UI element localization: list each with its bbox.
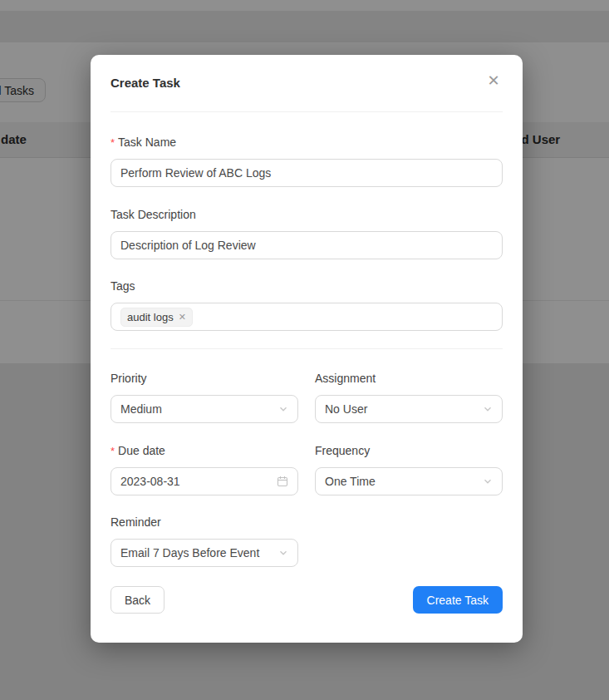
back-button[interactable]: Back [111, 586, 165, 614]
task-name-label: * Task Name [111, 136, 503, 150]
task-name-field-box [111, 159, 503, 187]
priority-label: Priority [111, 372, 298, 386]
modal-footer: Back Create Task [91, 586, 523, 614]
reminder-value: Email 7 Days Before Event [120, 546, 278, 560]
header-divider [111, 111, 503, 112]
task-description-input[interactable] [120, 239, 493, 252]
frequency-cell: Frequency One Time [315, 423, 503, 495]
reminder-row: Reminder Email 7 Days Before Event [111, 495, 503, 567]
reminder-select[interactable]: Email 7 Days Before Event [111, 539, 298, 567]
frequency-value: One Time [325, 475, 483, 488]
tags-label: Tags [111, 279, 503, 293]
tag-chip-label: audit logs [127, 311, 174, 323]
due-date-cell: * Due date [111, 423, 298, 495]
screen: d Tasks date ned User Create Task ✕ * Ta… [0, 0, 609, 700]
assignment-select[interactable]: No User [315, 395, 503, 423]
tag-remove-icon[interactable]: ✕ [179, 313, 186, 322]
priority-value: Medium [120, 402, 278, 416]
tag-chip: audit logs ✕ [120, 308, 193, 327]
priority-cell: Priority Medium [111, 349, 298, 423]
task-description-field-box [111, 231, 503, 259]
assignment-label: Assignment [315, 372, 503, 386]
tags-input-box[interactable]: audit logs ✕ [111, 303, 503, 331]
required-asterisk: * [111, 136, 115, 150]
assignment-cell: Assignment No User [315, 349, 503, 423]
task-description-label: Task Description [111, 208, 503, 222]
close-icon[interactable]: ✕ [483, 70, 504, 91]
due-date-picker[interactable] [111, 467, 298, 495]
calendar-icon [277, 476, 288, 487]
create-task-button[interactable]: Create Task [413, 586, 503, 614]
frequency-select[interactable]: One Time [315, 467, 503, 495]
chevron-down-icon [483, 404, 493, 414]
due-date-label: * Due date [111, 444, 298, 458]
priority-select[interactable]: Medium [111, 395, 298, 423]
required-asterisk: * [111, 444, 115, 458]
reminder-cell: Reminder Email 7 Days Before Event [111, 495, 298, 567]
due-date-input[interactable] [120, 475, 277, 488]
assignment-value: No User [325, 402, 483, 416]
modal-title: Create Task [111, 75, 503, 91]
chevron-down-icon [278, 548, 288, 558]
chevron-down-icon [483, 476, 493, 486]
chevron-down-icon [278, 404, 288, 414]
modal-body: * Task Name Task Description Tags audit … [91, 136, 523, 567]
reminder-label: Reminder [111, 515, 298, 530]
create-task-modal: Create Task ✕ * Task Name Task Descripti… [91, 55, 523, 643]
task-name-input[interactable] [120, 166, 493, 180]
reminder-row-spacer [315, 495, 503, 567]
duedate-frequency-row: * Due date [111, 423, 503, 495]
frequency-label: Frequency [315, 444, 503, 458]
priority-assignment-row: Priority Medium Assignment No User [111, 349, 503, 423]
modal-header: Create Task ✕ [91, 55, 523, 112]
